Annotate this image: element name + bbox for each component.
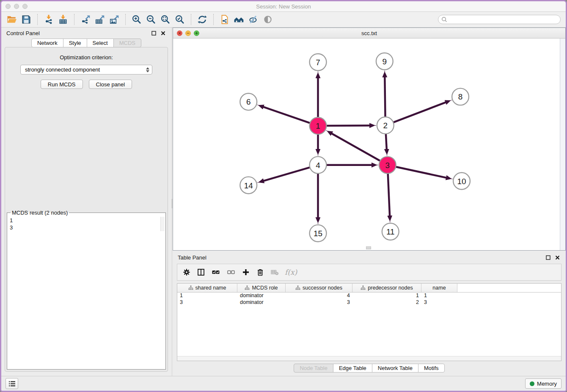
show-columns-button[interactable] bbox=[197, 268, 205, 276]
birdseye-view-button[interactable] bbox=[233, 13, 245, 26]
graph-node-label: 4 bbox=[316, 161, 320, 170]
graph-node-9[interactable]: 9 bbox=[376, 53, 393, 70]
float-panel-button[interactable] bbox=[150, 30, 157, 36]
zoom-in-button[interactable] bbox=[130, 13, 143, 26]
graph-edge-3-11[interactable] bbox=[388, 174, 390, 216]
close-table-panel-button[interactable] bbox=[554, 254, 561, 261]
network-canvas[interactable]: 7968124314101511 bbox=[173, 39, 560, 250]
network-horizontal-scroll-thumb[interactable] bbox=[366, 246, 371, 249]
run-mcds-button[interactable]: Run MCDS bbox=[41, 80, 83, 89]
import-table-button[interactable] bbox=[57, 13, 69, 26]
network-vertical-scrollbar[interactable] bbox=[560, 39, 565, 250]
table-row[interactable]: 1 dominator 4 1 1 bbox=[177, 293, 561, 299]
graph-node-10[interactable]: 10 bbox=[453, 173, 470, 190]
tab-style[interactable]: Style bbox=[63, 39, 87, 47]
column-header-name[interactable]: name bbox=[421, 284, 457, 292]
add-row-button[interactable] bbox=[242, 268, 250, 276]
graph-node-1[interactable]: 1 bbox=[310, 117, 327, 134]
network-window-title: scc.txt bbox=[173, 30, 565, 36]
export-table-icon bbox=[95, 14, 105, 25]
graph-node-label: 10 bbox=[457, 177, 466, 186]
column-header-successor-nodes[interactable]: successor nodes bbox=[286, 284, 352, 292]
close-panel-button[interactable] bbox=[160, 30, 166, 36]
clone-network-icon bbox=[220, 14, 230, 25]
export-table-button[interactable] bbox=[94, 13, 106, 26]
tab-node-table[interactable]: Node Table bbox=[294, 364, 333, 373]
graph-edge-3-10[interactable] bbox=[396, 167, 446, 178]
export-image-icon bbox=[109, 14, 119, 25]
graph-edge-2-8[interactable] bbox=[393, 102, 446, 122]
tab-motifs[interactable]: Motifs bbox=[418, 364, 445, 373]
graph-node-6[interactable]: 6 bbox=[240, 94, 257, 110]
graph-edge-1-2[interactable] bbox=[326, 125, 370, 126]
mcds-result-line: 3 bbox=[10, 224, 160, 231]
search-icon bbox=[441, 16, 448, 23]
search-input[interactable] bbox=[438, 15, 561, 24]
tab-select[interactable]: Select bbox=[87, 39, 114, 47]
graph-edge-1-6[interactable] bbox=[263, 107, 310, 123]
task-history-button[interactable] bbox=[6, 378, 18, 389]
panel-splitter[interactable] bbox=[171, 28, 173, 376]
clone-network-button[interactable] bbox=[218, 13, 231, 26]
graph-node-8[interactable]: 8 bbox=[452, 88, 469, 105]
table-row[interactable]: 3 dominator 3 2 3 bbox=[177, 299, 561, 306]
graph-edge-4-14[interactable] bbox=[264, 167, 310, 181]
control-panel-tabs: Network Style Select MCDS bbox=[1, 39, 171, 47]
tab-mcds[interactable]: MCDS bbox=[113, 39, 141, 47]
level-of-detail-button[interactable] bbox=[261, 13, 274, 26]
export-network-button[interactable] bbox=[79, 13, 92, 26]
graph-node-label: 6 bbox=[246, 97, 251, 106]
zoom-out-button[interactable] bbox=[145, 13, 157, 26]
graph-edge-2-9[interactable] bbox=[385, 77, 385, 117]
network-window-titlebar[interactable]: scc.txt bbox=[173, 28, 565, 39]
splitter-grip[interactable] bbox=[171, 199, 173, 208]
delete-row-button[interactable] bbox=[256, 268, 264, 276]
float-table-panel-button[interactable] bbox=[545, 254, 551, 261]
app-title: Session: New Session bbox=[1, 3, 566, 10]
graph-node-11[interactable]: 11 bbox=[382, 223, 399, 240]
table-panel-tabs: Node Table Edge Table Network Table Moti… bbox=[173, 361, 566, 376]
toolbar-separator bbox=[37, 14, 38, 25]
function-builder-button[interactable]: f(x) bbox=[285, 268, 297, 276]
graph-edge-2-3[interactable] bbox=[386, 134, 387, 149]
column-label: MCDS role bbox=[252, 285, 278, 291]
close-icon bbox=[555, 255, 560, 260]
zoom-in-icon bbox=[132, 14, 142, 25]
table-horizontal-scrollbar[interactable] bbox=[177, 356, 561, 361]
graph-node-4[interactable]: 4 bbox=[310, 157, 327, 174]
deselect-all-button[interactable] bbox=[226, 268, 236, 276]
zoom-fit-icon bbox=[160, 14, 171, 25]
cell-mcds-role: dominator bbox=[237, 299, 286, 306]
cell-predecessor-nodes: 1 bbox=[352, 293, 421, 299]
memory-button[interactable]: Memory bbox=[525, 378, 561, 389]
control-panel-title: Control Panel bbox=[6, 30, 40, 36]
column-label: predecessor nodes bbox=[368, 285, 413, 291]
select-all-button[interactable] bbox=[211, 268, 220, 276]
graph-edge-3-1[interactable] bbox=[332, 133, 380, 161]
hierarchy-icon bbox=[188, 285, 193, 290]
table-settings-button[interactable] bbox=[182, 268, 191, 276]
tab-edge-table[interactable]: Edge Table bbox=[333, 364, 372, 373]
import-network-button[interactable] bbox=[42, 13, 55, 26]
tab-network-table[interactable]: Network Table bbox=[372, 364, 418, 373]
graph-node-15[interactable]: 15 bbox=[310, 225, 327, 242]
close-panel-action-button[interactable]: Close panel bbox=[89, 80, 132, 89]
graph-node-7[interactable]: 7 bbox=[310, 54, 327, 71]
apply-layout-button[interactable] bbox=[196, 13, 209, 26]
save-session-button[interactable] bbox=[20, 13, 33, 26]
graph-node-14[interactable]: 14 bbox=[240, 177, 257, 194]
graph-node-2[interactable]: 2 bbox=[377, 117, 394, 134]
column-header-predecessor-nodes[interactable]: predecessor nodes bbox=[352, 284, 421, 292]
optimization-criterion-dropdown[interactable]: strongly connected component bbox=[20, 65, 152, 75]
column-header-mcds-role[interactable]: MCDS role bbox=[237, 284, 286, 292]
export-image-button[interactable] bbox=[108, 13, 121, 26]
column-header-shared-name[interactable]: shared name bbox=[177, 284, 237, 292]
graph-node-3[interactable]: 3 bbox=[379, 157, 396, 174]
tab-network[interactable]: Network bbox=[31, 39, 63, 47]
open-file-button[interactable] bbox=[6, 13, 18, 26]
zoom-selected-button[interactable] bbox=[173, 13, 186, 26]
hide-panels-button[interactable] bbox=[247, 13, 260, 26]
result-scrollbar[interactable] bbox=[160, 217, 165, 231]
delete-table-button[interactable] bbox=[270, 268, 279, 276]
zoom-fit-button[interactable] bbox=[159, 13, 172, 26]
